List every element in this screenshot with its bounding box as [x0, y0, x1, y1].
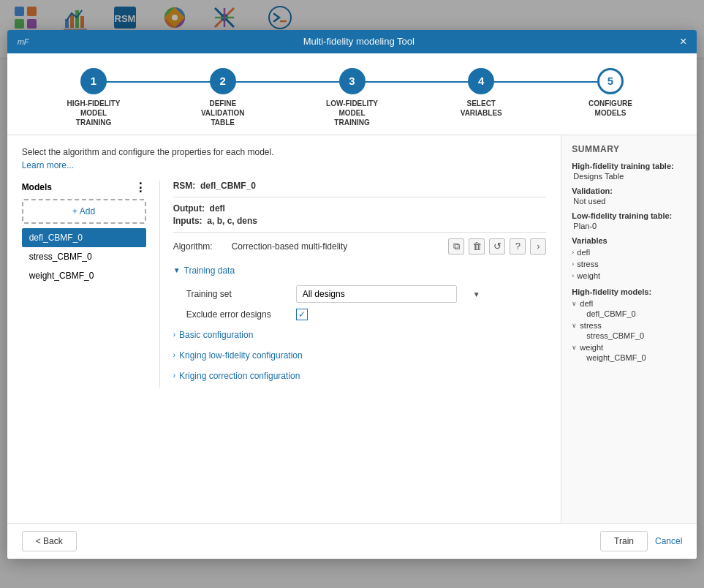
modal-overlay: mF Multi-fidelity modeling Tool × 1 HIGH…	[0, 0, 704, 59]
modal-header: mF Multi-fidelity modeling Tool ×	[7, 30, 697, 53]
modal-close-button[interactable]: ×	[680, 36, 686, 48]
stepper: 1 HIGH-FIDELITYMODELTRAINING 2 DEFINEVAL…	[7, 53, 697, 59]
modal-title: Multi-fidelity modeling Tool	[38, 36, 681, 47]
modal-tag: mF	[18, 37, 29, 46]
modal-window: mF Multi-fidelity modeling Tool × 1 HIGH…	[7, 30, 697, 59]
